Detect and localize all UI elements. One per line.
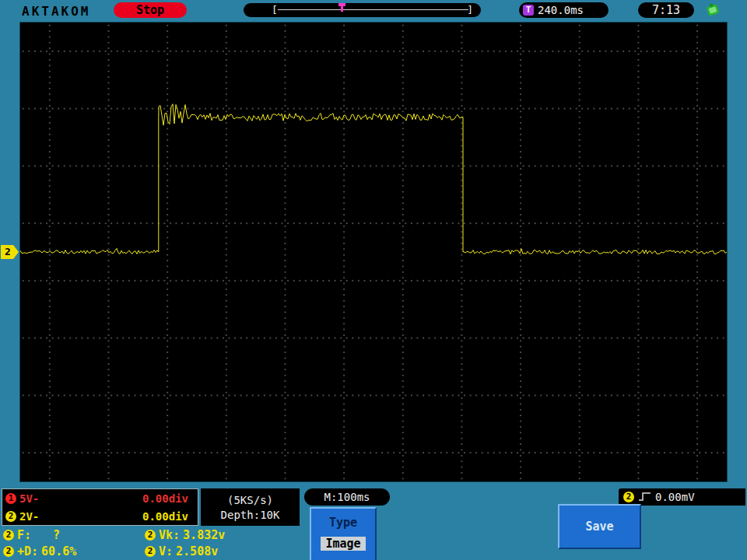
- ch2-badge: 2: [623, 492, 634, 502]
- ch2-scale: 2V-: [19, 510, 39, 523]
- save-button[interactable]: Save: [558, 504, 641, 549]
- ch1-info-row: 1 5V- 0.00div: [2, 489, 198, 507]
- trigger-time-value: 240.0ms: [538, 4, 584, 16]
- clock: 7:13: [638, 2, 694, 18]
- ch2-badge: 2: [3, 530, 14, 541]
- acquisition-panel: (5KS/s) Depth:10K: [201, 488, 300, 526]
- measurement-label: +D:: [17, 544, 38, 558]
- memory-line: [278, 9, 468, 10]
- memory-position-bar: [ ]: [244, 3, 481, 17]
- measurement-frequency: 2 F: ?: [3, 528, 60, 542]
- measurement-duty: 2 +D: 60.6%: [3, 544, 76, 558]
- usb-status-icon: [704, 2, 721, 19]
- oscilloscope-screen: AKTAKOM Stop [ ] T 240.0ms 7:13 2 1 5V- …: [0, 0, 747, 560]
- ch2-badge: 2: [145, 530, 156, 541]
- ch1-position: 0.00div: [142, 492, 188, 505]
- measurement-vk: 2 Vk: 3.832v: [145, 528, 225, 542]
- waveform-display: [19, 22, 728, 482]
- channel-info-panel: 1 5V- 0.00div 2 2V- 0.00div: [2, 488, 198, 526]
- brand-logo: AKTAKOM: [22, 4, 90, 19]
- type-button-label: Type: [311, 516, 375, 530]
- type-button-value[interactable]: Image: [321, 537, 365, 551]
- ch2-badge: 2: [3, 546, 14, 557]
- measurement-value: 60.6%: [41, 544, 76, 558]
- measurement-value: 2.508v: [176, 544, 218, 558]
- trigger-icon: T: [523, 5, 534, 16]
- measurement-value: ?: [53, 528, 60, 542]
- measurement-label: V:: [159, 544, 173, 558]
- window-bracket-left: [: [272, 4, 278, 16]
- memory-depth: Depth:10K: [201, 509, 300, 521]
- window-bracket-right: ]: [467, 4, 473, 16]
- measurement-label: F:: [17, 528, 31, 542]
- ch2-info-row: 2 2V- 0.00div: [2, 507, 198, 525]
- ch1-scale: 5V-: [19, 492, 39, 505]
- timebase-readout: M:100ms: [304, 488, 390, 506]
- trigger-position-marker: [338, 3, 345, 6]
- ch2-ground-marker: 2: [1, 245, 19, 259]
- ch2-badge: 2: [145, 546, 156, 557]
- waveform-plot: [20, 23, 727, 481]
- type-button[interactable]: Type Image: [310, 507, 377, 560]
- measurement-value: 3.832v: [183, 528, 225, 542]
- trigger-time-readout: T 240.0ms: [519, 2, 608, 18]
- sample-rate: (5KS/s): [201, 494, 300, 506]
- trigger-level-readout: 2 0.00mV: [619, 488, 745, 506]
- ch1-badge: 1: [5, 493, 16, 504]
- rising-edge-icon: [638, 490, 651, 505]
- measurement-label: Vk:: [159, 528, 180, 542]
- ch2-badge: 2: [5, 511, 16, 522]
- ch2-position: 0.00div: [142, 510, 188, 523]
- measurement-mean-v: 2 V: 2.508v: [145, 544, 218, 558]
- trigger-level-value: 0.00mV: [655, 491, 695, 503]
- run-stop-status[interactable]: Stop: [114, 2, 187, 18]
